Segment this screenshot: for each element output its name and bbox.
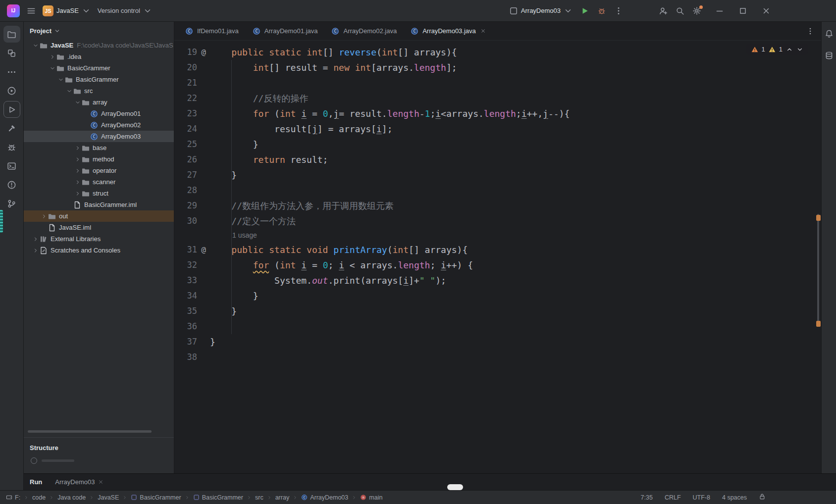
chevron-open-icon[interactable] xyxy=(65,87,73,95)
project-selector[interactable]: JS JavaSE xyxy=(43,5,91,16)
code-line-22[interactable]: 22 //反转的操作 xyxy=(174,91,821,106)
chevron-closed-icon[interactable] xyxy=(74,144,82,152)
line-number[interactable]: 35 xyxy=(174,303,197,319)
tree-item-basicgrammer-iml[interactable]: BasicGrammer.iml xyxy=(24,199,174,210)
code-editor[interactable]: 19@ public static int[] reverse(int[] ar… xyxy=(174,41,821,473)
line-number[interactable]: 36 xyxy=(174,319,197,334)
tree-item-arraydemo01[interactable]: CArrayDemo01 xyxy=(24,108,174,119)
more-tool-button[interactable] xyxy=(3,63,20,80)
line-number[interactable]: 26 xyxy=(174,152,197,167)
line-number[interactable]: 20 xyxy=(174,60,197,75)
line-number[interactable]: 29 xyxy=(174,198,197,213)
indent-setting[interactable]: 4 spaces xyxy=(722,494,747,501)
line-number[interactable]: 25 xyxy=(174,137,197,152)
chevron-closed-icon[interactable] xyxy=(40,212,48,220)
breadcrumb-src[interactable]: src xyxy=(255,494,263,501)
run-button[interactable] xyxy=(580,6,589,15)
chevron-closed-icon[interactable] xyxy=(49,53,56,61)
code-line-31[interactable]: 31@ public static void printArray(int[] … xyxy=(174,242,821,257)
run-tab[interactable]: ArrayDemo03 xyxy=(55,478,104,486)
line-separator[interactable]: CRLF xyxy=(665,494,681,501)
code-line-38[interactable]: 38 xyxy=(174,350,821,365)
inspection-widget[interactable]: 1 1 xyxy=(746,44,808,55)
breadcrumb-javase[interactable]: JavaSE xyxy=(98,494,119,501)
terminal-tool-button[interactable] xyxy=(3,157,20,174)
chevron-closed-icon[interactable] xyxy=(32,235,40,243)
more-actions-icon[interactable] xyxy=(614,6,623,15)
tree-item-idea[interactable]: .idea xyxy=(24,51,174,62)
database-button[interactable] xyxy=(823,50,835,61)
warning-stripe-mark[interactable] xyxy=(816,321,821,327)
code-line-30[interactable]: 30 //定义一个方法 xyxy=(174,213,821,229)
chevron-closed-icon[interactable] xyxy=(74,167,82,175)
tab-arraydemo02-java[interactable]: CArrayDemo02.java xyxy=(324,22,404,40)
notifications-button[interactable] xyxy=(823,28,835,40)
line-number[interactable]: 23 xyxy=(174,106,197,121)
debug-button[interactable] xyxy=(597,6,606,15)
version-control-menu[interactable]: Version control xyxy=(98,6,152,15)
chevron-open-icon[interactable] xyxy=(74,99,82,106)
line-number[interactable]: 22 xyxy=(174,91,197,106)
breadcrumb-arraydemo03[interactable]: CArrayDemo03 xyxy=(301,494,348,501)
code-line-19[interactable]: 19@ public static int[] reverse(int[] ar… xyxy=(174,45,821,60)
line-number[interactable]: 34 xyxy=(174,288,197,303)
services-tool-button[interactable] xyxy=(3,82,20,99)
code-line-33[interactable]: 33 System.out.print(arrays[i]+" "); xyxy=(174,273,821,288)
main-menu-icon[interactable] xyxy=(27,6,36,15)
code-line-35[interactable]: 35 } xyxy=(174,303,821,319)
debug-tool-button[interactable] xyxy=(3,139,20,155)
tree-item-javase[interactable]: JavaSEF:\code\Java code\JavaSE\JavaS xyxy=(24,40,174,51)
code-line-20[interactable]: 20 int[] result = new int[arrays.length]… xyxy=(174,60,821,75)
caret-position[interactable]: 7:35 xyxy=(641,494,653,501)
code-line-25[interactable]: 25 } xyxy=(174,137,821,152)
chevron-closed-icon[interactable] xyxy=(32,247,40,254)
run-panel-title[interactable]: Run xyxy=(30,478,42,486)
code-line-37[interactable]: 37} xyxy=(174,334,821,350)
line-number[interactable]: 32 xyxy=(174,257,197,273)
horizontal-scrollbar[interactable] xyxy=(28,430,152,433)
line-number[interactable]: 33 xyxy=(174,273,197,288)
tree-item-operator[interactable]: operator xyxy=(24,165,174,176)
breadcrumb-code[interactable]: code xyxy=(32,494,46,501)
tree-item-external-libraries[interactable]: External Libraries xyxy=(24,233,174,245)
project-panel-header[interactable]: Project xyxy=(24,22,174,40)
tab-arraydemo01-java[interactable]: CArrayDemo01.java xyxy=(246,22,325,40)
file-encoding[interactable]: UTF-8 xyxy=(693,494,710,501)
code-line-36[interactable]: 36 xyxy=(174,319,821,334)
code-line-23[interactable]: 23 for (int i = 0,j= result.length-1;i<a… xyxy=(174,106,821,121)
chevron-closed-icon[interactable] xyxy=(74,155,82,163)
git-tool-button[interactable] xyxy=(3,195,20,212)
code-line-29[interactable]: 29 //数组作为方法入参，用于调用数组元素 xyxy=(174,198,821,213)
tree-item-arraydemo03[interactable]: CArrayDemo03 xyxy=(24,131,174,142)
line-number[interactable]: 37 xyxy=(174,334,197,350)
line-number[interactable]: 28 xyxy=(174,183,197,198)
tree-item-out[interactable]: out xyxy=(24,210,174,222)
close-tab-icon[interactable] xyxy=(480,28,486,34)
tab-ifdemo01-java[interactable]: CIfDemo01.java xyxy=(178,22,246,40)
search-everywhere-icon[interactable] xyxy=(676,6,684,15)
breadcrumb-main[interactable]: mmain xyxy=(360,494,382,501)
usages-inlay-hint[interactable]: 1 usage xyxy=(174,229,821,242)
code-line-32[interactable]: 32 for (int i = 0; i < arrays.length; i+… xyxy=(174,257,821,273)
lock-icon[interactable] xyxy=(759,493,766,502)
code-line-26[interactable]: 26 return result; xyxy=(174,152,821,167)
warning-stripe-mark[interactable] xyxy=(816,215,821,221)
tree-item-basicgrammer[interactable]: BasicGrammer xyxy=(24,62,174,74)
breadcrumb-basicgrammer[interactable]: BasicGrammer xyxy=(131,494,181,501)
next-problem-icon[interactable] xyxy=(796,46,803,53)
close-run-tab-icon[interactable] xyxy=(98,479,104,485)
line-number[interactable]: 19 xyxy=(174,45,197,60)
settings-gear-icon[interactable] xyxy=(692,6,701,15)
code-line-27[interactable]: 27 } xyxy=(174,167,821,183)
tree-item-struct[interactable]: struct xyxy=(24,188,174,199)
breadcrumb-array[interactable]: array xyxy=(275,494,289,501)
line-number[interactable]: 30 xyxy=(174,213,197,229)
code-line-21[interactable]: 21 xyxy=(174,75,821,91)
code-line-28[interactable]: 28 xyxy=(174,183,821,198)
run-config-selector[interactable]: ArrayDemo03 xyxy=(509,6,573,15)
tree-item-scratches-and-consoles[interactable]: Scratches and Consoles xyxy=(24,245,174,256)
code-with-me-icon[interactable] xyxy=(659,6,668,15)
chevron-open-icon[interactable] xyxy=(32,42,40,50)
problems-tool-button[interactable] xyxy=(3,176,20,193)
tree-item-method[interactable]: method xyxy=(24,153,174,165)
